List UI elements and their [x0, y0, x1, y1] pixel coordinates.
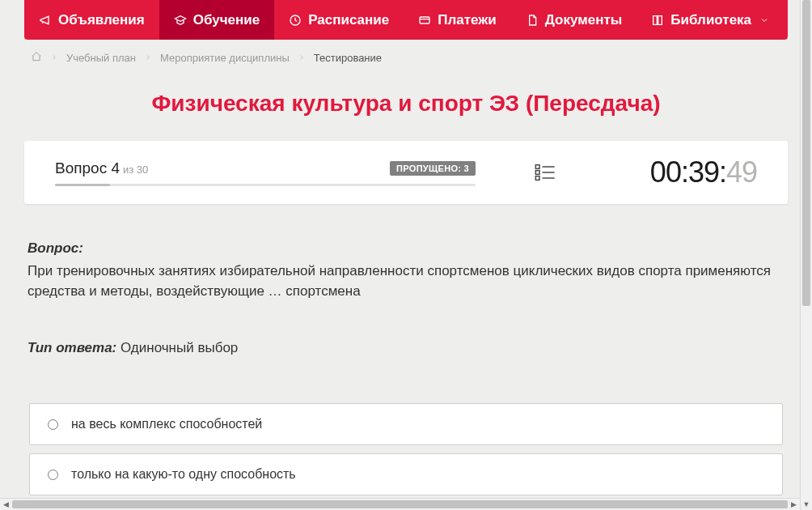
megaphone-icon	[39, 14, 52, 27]
chevron-right-icon	[298, 52, 306, 64]
skipped-badge: ПРОПУЩЕНО: 3	[390, 161, 476, 176]
breadcrumb-link[interactable]: Учебный план	[66, 52, 136, 64]
breadcrumb-current: Тестирование	[314, 52, 382, 64]
question-body: Вопрос: При тренировочных занятиях избир…	[24, 204, 788, 358]
nav-label: Расписание	[308, 12, 389, 28]
answer-option-text: только на какую-то одну способность	[71, 467, 296, 482]
document-icon	[526, 14, 539, 27]
progress-bar	[55, 184, 476, 186]
answer-type-value: Одиночный выбор	[121, 340, 238, 355]
answer-option[interactable]: только на какую-то одну способность	[29, 453, 783, 495]
scroll-left-icon[interactable]: ◀	[0, 499, 12, 510]
nav-education[interactable]: Обучение	[159, 0, 274, 40]
question-total: из 30	[123, 164, 148, 176]
scrollbar-thumb[interactable]	[12, 500, 788, 508]
chevron-down-icon	[758, 14, 771, 27]
main-navbar: Объявления Обучение Расписание Платежи Д…	[24, 0, 788, 40]
svg-rect-4	[535, 171, 539, 175]
status-card: Вопрос 4 из 30 ПРОПУЩЕНО: 3 00:39:49	[24, 141, 788, 204]
svg-rect-2	[535, 165, 539, 169]
payment-icon	[418, 14, 431, 27]
scroll-down-icon[interactable]: ▼	[801, 498, 812, 510]
horizontal-scrollbar[interactable]: ◀ ▶	[0, 498, 800, 510]
clock-icon	[289, 14, 302, 27]
nav-label: Объявления	[58, 12, 145, 28]
question-heading: Вопрос:	[27, 238, 785, 259]
nav-documents[interactable]: Документы	[511, 0, 637, 40]
timer: 00:39:49	[650, 155, 757, 189]
svg-rect-6	[535, 176, 539, 181]
breadcrumb-link[interactable]: Мероприятие дисциплины	[160, 52, 290, 64]
nav-label: Платежи	[438, 12, 497, 28]
question-number: Вопрос 4	[55, 159, 120, 177]
graduation-cap-icon	[174, 14, 187, 27]
nav-announcements[interactable]: Объявления	[24, 0, 159, 40]
nav-label: Документы	[545, 12, 623, 28]
question-list-button[interactable]	[532, 159, 558, 185]
nav-schedule[interactable]: Расписание	[274, 0, 404, 40]
breadcrumb: Учебный план Мероприятие дисциплины Тест…	[24, 40, 788, 76]
book-icon	[651, 14, 664, 27]
answer-options: на весь комплекс способностей только на …	[24, 403, 788, 505]
answer-type-label: Тип ответа:	[27, 340, 116, 355]
page-title: Физическая культура и спорт ЭЗ (Пересдач…	[24, 76, 788, 141]
vertical-scrollbar[interactable]: ▲ ▼	[800, 0, 812, 510]
svg-rect-1	[420, 17, 429, 23]
timer-seconds: 49	[726, 155, 757, 189]
chevron-right-icon	[144, 52, 152, 64]
answer-radio[interactable]	[48, 419, 58, 430]
home-icon[interactable]	[31, 51, 42, 65]
nav-payments[interactable]: Платежи	[404, 0, 511, 40]
scroll-right-icon[interactable]: ▶	[788, 499, 800, 510]
answer-radio[interactable]	[48, 470, 58, 480]
scrollbar-thumb[interactable]	[802, 0, 810, 306]
nav-library[interactable]: Библиотека	[636, 0, 785, 40]
chevron-right-icon	[50, 52, 58, 64]
answer-option-text: на весь комплекс способностей	[71, 417, 262, 431]
answer-option[interactable]: на весь комплекс способностей	[29, 403, 783, 445]
nav-label: Обучение	[193, 12, 260, 28]
timer-main: 00:39:	[650, 155, 726, 189]
question-text: При тренировочных занятиях избирательной…	[27, 261, 785, 302]
nav-label: Библиотека	[670, 12, 751, 28]
